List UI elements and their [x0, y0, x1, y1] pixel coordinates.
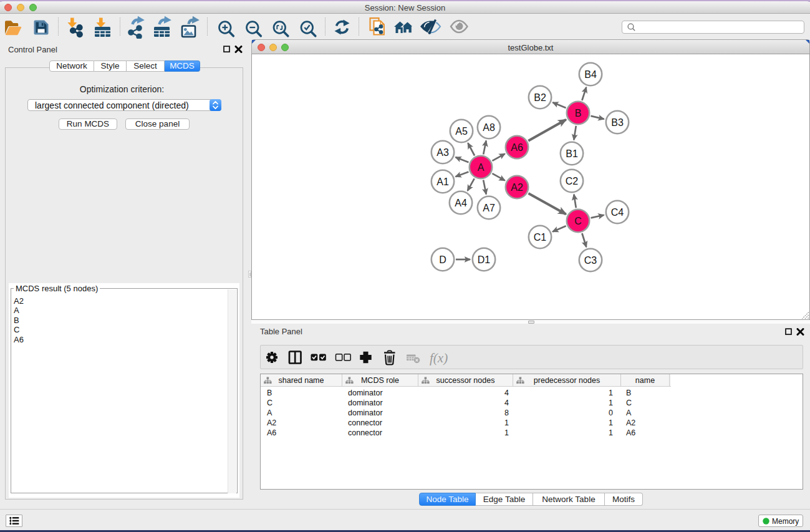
svg-text:A7: A7	[483, 203, 495, 213]
svg-text:B3: B3	[611, 117, 624, 128]
svg-text:C4: C4	[611, 207, 624, 218]
svg-text:A6: A6	[511, 142, 523, 153]
svg-text:D: D	[439, 254, 446, 265]
svg-text:B4: B4	[584, 69, 597, 80]
svg-text:B: B	[575, 108, 582, 118]
svg-text:D1: D1	[478, 254, 491, 265]
svg-text:C2: C2	[566, 176, 579, 186]
svg-text:A4: A4	[455, 198, 467, 208]
svg-text:A: A	[478, 162, 485, 173]
svg-text:C1: C1	[534, 232, 547, 243]
svg-text:B1: B1	[566, 148, 578, 159]
svg-text:A5: A5	[455, 126, 468, 137]
svg-text:f(x): f(x)	[430, 351, 448, 365]
svg-text:A3: A3	[436, 147, 449, 158]
svg-text:B2: B2	[534, 92, 546, 103]
svg-text:C: C	[574, 216, 582, 226]
svg-text:A8: A8	[483, 122, 495, 133]
svg-text:A1: A1	[436, 177, 449, 187]
svg-text:C3: C3	[584, 255, 597, 266]
svg-text:A2: A2	[511, 182, 523, 193]
